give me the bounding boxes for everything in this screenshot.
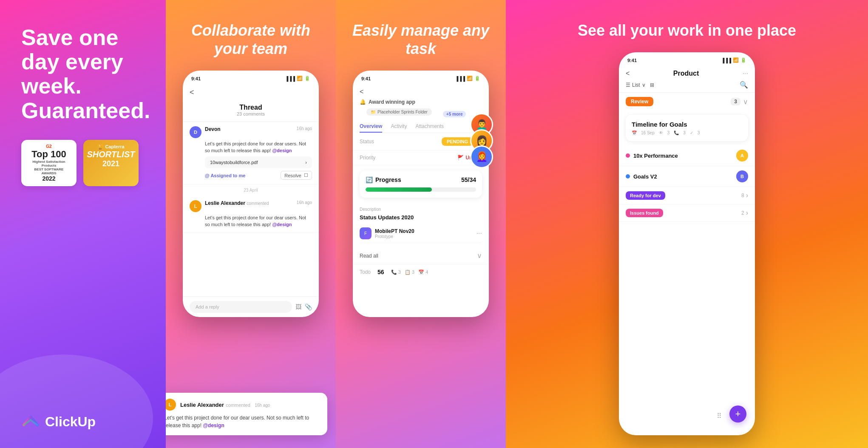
list-icon: ☰: [626, 82, 630, 88]
capterra-shortlist: SHORTLIST: [87, 150, 135, 159]
folder-pill[interactable]: 📁 Placeholder Sprints Folder: [366, 108, 432, 116]
issues-count-row: 2 ›: [741, 209, 748, 217]
task-count1: 3: [667, 130, 670, 135]
floating-name: Leslie Alexander: [180, 402, 224, 408]
g2-top: Top 100: [31, 149, 66, 160]
product-dots[interactable]: ···: [743, 70, 748, 77]
status-pending[interactable]: PENDING: [442, 137, 473, 146]
todo-count: 56: [377, 269, 384, 275]
dot-pink: [626, 153, 630, 158]
check-icon-4: ✓: [690, 130, 693, 135]
headline-bold: Collaborate: [191, 22, 275, 39]
task-ready-left: Ready for dev: [626, 191, 665, 200]
battery-icon: 🔋: [304, 76, 310, 81]
grid-button[interactable]: ⠿: [712, 409, 726, 422]
folder-text: Placeholder Sprints Folder: [377, 110, 428, 114]
assigned-me[interactable]: @ Assigned to me: [205, 173, 245, 178]
phone-task: 9:41 ▐▐▐ 📶 🔋 < 🔔 Award winning app 📁 Pla…: [353, 71, 489, 317]
product-toolbar: ☰ List ∨ ⊞ 🔍: [619, 79, 755, 93]
status-bar: 9:41 ▐▐▐ 📶 🔋: [183, 71, 319, 85]
image-icon: 🖼: [295, 303, 301, 310]
status-issues[interactable]: Issues found: [626, 209, 663, 217]
wifi-icon-4: 📶: [733, 57, 739, 63]
badge-num: 3: [731, 98, 740, 105]
award-badge: 🔔 Award winning app: [360, 99, 482, 105]
read-all-row: Read all ∨: [353, 247, 489, 264]
tab-activity[interactable]: Activity: [391, 123, 407, 133]
badge-g2: G2 Top 100 Highest Satisfaction Products…: [21, 140, 77, 186]
task-count3: 3: [698, 130, 700, 135]
leslie-time: 16h ago: [297, 200, 312, 206]
resolve-label: Resolve: [284, 173, 301, 178]
headline-bold3: Easily manage: [352, 22, 459, 39]
product-back-icon[interactable]: <: [626, 70, 630, 77]
clickup-logo: ClickUp: [21, 412, 96, 431]
status-icons-4: ▐▐▐ 📶 🔋: [721, 57, 746, 63]
tab-overview[interactable]: Overview: [360, 123, 382, 133]
tab-attachments[interactable]: Attachments: [415, 123, 444, 133]
signal-icon: ▐▐▐: [285, 76, 295, 81]
search-icon[interactable]: 🔍: [740, 81, 748, 89]
task-tabs: Overview Activity Attachments: [360, 123, 482, 133]
priority-row: Priority 🚩 Urgent: [353, 150, 489, 165]
floating-time: 16h ago: [255, 403, 270, 408]
task-card: Timeline for Goals 📅 16 Sep 👁 3 📞 3 ✓ 3: [626, 115, 748, 141]
at-icon: @: [205, 173, 210, 178]
avatar-devon: D: [190, 126, 201, 138]
status-label: Status: [360, 139, 374, 145]
status-bar-4: 9:41 ▐▐▐ 📶 🔋: [619, 52, 755, 66]
task-issues-left: Issues found: [626, 209, 663, 217]
thread-title: Thread: [190, 104, 312, 111]
comment-time: 16h ago: [297, 126, 312, 132]
task-card-meta: 📅 16 Sep 👁 3 📞 3 ✓ 3: [632, 130, 742, 135]
back-icon[interactable]: <: [190, 88, 194, 97]
design-tag: @design: [272, 148, 292, 153]
more-dots[interactable]: ···: [477, 230, 482, 237]
chevron-right-icon-5: ›: [746, 209, 748, 217]
avatar-10x: A: [736, 150, 748, 162]
status-ready[interactable]: Ready for dev: [626, 191, 665, 200]
g2-award: BEST SOFTWARE AWARDS: [27, 167, 71, 175]
commenter-name: Devon: [205, 126, 221, 132]
review-row: Review 3 ∨: [619, 93, 755, 111]
reply-box: Add a reply 🖼 📎: [183, 296, 319, 317]
comment-row-leslie: L Leslie Alexander commented 16h ago: [190, 200, 312, 212]
flag-icon: 🚩: [457, 155, 464, 161]
attach-icon: 📎: [305, 303, 312, 310]
g2-label: G2: [46, 144, 51, 149]
task-10x-name: 10x Performance: [633, 153, 678, 159]
status-icons-3: ▐▐▐ 📶 🔋: [455, 76, 480, 81]
progress-bar-fill: [366, 187, 432, 192]
more-pill[interactable]: +5 more: [443, 111, 466, 117]
reply-input[interactable]: Add a reply: [190, 301, 292, 313]
leslie-name: Leslie Alexander commented: [205, 200, 269, 206]
avatar-floating: L: [166, 399, 176, 411]
g2-sub: Highest Satisfaction Products: [27, 160, 71, 167]
read-all-text[interactable]: Read all: [360, 253, 378, 259]
task-back[interactable]: <: [360, 88, 363, 96]
resolve-button[interactable]: Resolve ☐: [281, 171, 312, 180]
badge-row: 3 ∨: [731, 98, 748, 106]
todo-label: Todo: [360, 269, 371, 275]
attachment-pill[interactable]: 10waystobuildforce.pdf ›: [205, 156, 312, 168]
desc-title: Status Updates 2020: [360, 214, 482, 221]
fab-button[interactable]: +: [729, 405, 746, 422]
floating-meta: Leslie Alexander commented 16h ago: [180, 401, 321, 408]
attachment-name: 10waystobuildforce.pdf: [210, 160, 258, 165]
task-10x: 10x Performance A: [619, 145, 755, 166]
desc-label: Description: [360, 207, 482, 212]
capterra-label: 🏆Capterra: [97, 144, 124, 150]
task-header: <: [353, 85, 489, 99]
review-tag[interactable]: Review: [626, 97, 653, 106]
clickup-wordmark: ClickUp: [45, 414, 96, 430]
floating-text: Let's get this project done for our dear…: [166, 414, 321, 429]
filter-icon: ⊞: [650, 82, 654, 88]
leslie-action: commented: [247, 201, 269, 206]
wifi-icon: 📶: [297, 76, 303, 81]
task-count2: 3: [683, 130, 686, 135]
panel-collaborate: Collaborate with your team 9:41 ▐▐▐ 📶 🔋 …: [166, 0, 336, 448]
list-btn[interactable]: ☰ List ∨ ⊞: [626, 82, 654, 88]
eye-icon: 👁: [659, 130, 663, 135]
thread-nav: <: [183, 85, 319, 100]
status-icons: ▐▐▐ 📶 🔋: [285, 76, 310, 81]
